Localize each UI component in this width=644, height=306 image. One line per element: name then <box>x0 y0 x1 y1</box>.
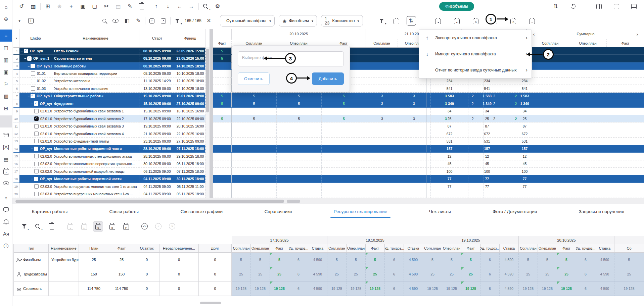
task-row[interactable]: 19 − 02.03.01 Устройство наружных моноли… <box>13 183 644 190</box>
sidebar-item-calendar[interactable]: ✓ <box>0 165 12 177</box>
calendar-start-icon[interactable]: S <box>471 16 480 26</box>
day-rate[interactable]: 4 590 <box>500 253 519 267</box>
daily-value-cell[interactable] <box>276 108 321 115</box>
tab-checklists[interactable]: Чек-листы <box>428 204 452 219</box>
resource-column-header[interactable]: Долг <box>199 244 232 253</box>
mode-dropdown[interactable]: Суточный план/факт ▾ <box>220 15 275 27</box>
day-unit-labor[interactable]: 6 <box>289 253 308 267</box>
resource-row[interactable]: Трудозатраты 150 150 0 0 0 25 25 25 6 4 … <box>13 267 644 282</box>
daily-value-cell[interactable] <box>321 108 366 115</box>
row-checkbox[interactable] <box>34 177 38 181</box>
day-unit-labor[interactable]: 6 <box>480 253 500 267</box>
day-rate[interactable]: 4 590 <box>308 267 327 282</box>
info-icon[interactable]: i <box>26 16 36 26</box>
day-unit-labor[interactable]: 6 <box>576 267 595 282</box>
separator[interactable] <box>149 3 149 10</box>
daily-value-cell[interactable] <box>321 138 366 145</box>
notifications-bell-icon[interactable] <box>0 215 12 227</box>
daily-value-cell[interactable] <box>366 168 398 175</box>
daily-value-cell[interactable] <box>321 130 366 137</box>
sidebar-item-hatch[interactable]: ▨ <box>0 90 12 102</box>
daily-value-cell[interactable] <box>366 47 398 54</box>
daily-value-cell[interactable] <box>366 55 398 62</box>
day-unit-labor[interactable]: 6 <box>385 282 404 296</box>
horizontal-scrollbar[interactable] <box>12 198 644 204</box>
day-approved-plan[interactable]: 25 <box>327 267 347 282</box>
summary-column-header[interactable]: Факт <box>606 39 644 47</box>
resource-column-header[interactable]: План <box>79 244 109 253</box>
daily-value-cell[interactable] <box>398 183 430 190</box>
column-header-code[interactable]: Шифр <box>19 29 52 47</box>
separator[interactable] <box>586 3 586 10</box>
day-subheader[interactable]: Факт <box>461 244 480 253</box>
daily-value-cell[interactable] <box>321 190 366 197</box>
calendar-start-icon[interactable]: S <box>93 221 103 232</box>
daily-value-cell[interactable] <box>276 145 321 152</box>
undo-icon[interactable]: ↺ <box>17 2 26 11</box>
daily-value-cell[interactable]: 5 <box>321 93 366 100</box>
outdent-icon[interactable]: ← <box>175 2 184 11</box>
daily-value-cell[interactable] <box>232 153 276 160</box>
comments-icon[interactable] <box>0 203 12 215</box>
daily-value-cell[interactable]: 3 <box>398 100 430 107</box>
sidebar-item-flags[interactable]: ⚐ <box>0 78 12 90</box>
row-checkbox[interactable] <box>34 116 39 121</box>
tools-wrench-icon[interactable] <box>33 222 43 231</box>
daily-value-cell[interactable] <box>232 108 276 115</box>
day-subheader[interactable]: Опер.план <box>347 244 366 253</box>
day-subheader[interactable]: Опер.план <box>538 244 557 253</box>
value-dropdown[interactable]: 1 23 Количество ▾ <box>321 15 363 27</box>
daily-value-cell[interactable]: 5 <box>232 100 276 107</box>
row-checkbox[interactable] <box>34 184 39 189</box>
delete-icon[interactable] <box>47 222 56 231</box>
day-rate[interactable]: 4 590 <box>404 282 423 296</box>
daily-value-cell[interactable] <box>398 138 430 145</box>
day-unit-labor[interactable]: 6 <box>385 267 404 282</box>
collapse-icon[interactable]: − <box>31 177 34 181</box>
expand-all-button[interactable]: › <box>13 29 19 47</box>
daily-value-cell[interactable]: 3 <box>366 93 398 100</box>
daily-value-cell[interactable] <box>366 108 398 115</box>
separator[interactable] <box>198 3 199 10</box>
separator[interactable] <box>145 17 145 24</box>
daily-value-cell[interactable] <box>366 78 398 85</box>
daily-value-cell[interactable] <box>276 122 321 130</box>
approve-all-icon[interactable]: ✓✓ <box>140 222 149 231</box>
sidebar-item-board[interactable]: ◫ <box>0 42 12 54</box>
day-rate[interactable]: 4 590 <box>308 282 327 296</box>
daily-value-cell[interactable] <box>366 122 398 130</box>
day-fact[interactable]: 19 125 <box>557 282 576 296</box>
day-subheader[interactable]: Согл.план <box>519 244 538 253</box>
reject-icon[interactable]: ✕ <box>167 222 177 231</box>
daily-value-cell[interactable] <box>398 130 430 137</box>
day-approved-plan[interactable]: 5 <box>423 253 442 267</box>
daily-value-cell[interactable] <box>276 138 321 145</box>
day-unit-labor[interactable]: 6 <box>576 253 595 267</box>
summary-column-header[interactable]: Согл.план <box>531 39 569 47</box>
day-subheader[interactable]: Согл.план <box>232 244 251 253</box>
daily-value-cell[interactable] <box>321 145 366 152</box>
calendar-prev-icon[interactable]: ◂ <box>65 222 75 231</box>
daily-value-cell[interactable] <box>232 175 276 182</box>
duplicate-task-icon[interactable]: ▣ <box>78 2 88 11</box>
sidebar-item-view[interactable] <box>0 177 12 189</box>
task-row[interactable]: 16 − 02.02.02 Устройство монолитного пер… <box>13 160 644 168</box>
calculator-icon[interactable]: ▦ <box>29 2 38 11</box>
check-all-icon[interactable]: ✓ <box>147 16 157 26</box>
task-row[interactable]: 17 − 02.02.03 Устройство монолитной вход… <box>13 168 644 175</box>
daily-value-cell[interactable]: 3 <box>398 93 430 100</box>
day-fact[interactable]: 5 <box>557 253 576 267</box>
daily-value-cell[interactable]: 5 <box>232 93 276 100</box>
move-up-icon[interactable]: ↑ <box>151 2 161 11</box>
daily-value-cell[interactable]: 5 <box>321 100 366 107</box>
globe-icon[interactable]: ⊕ <box>0 13 12 25</box>
day-unit-labor[interactable]: 6 <box>480 282 500 296</box>
split-left-panel-icon[interactable] <box>594 2 604 11</box>
row-checkbox[interactable] <box>34 169 39 173</box>
add-task-icon[interactable]: + <box>66 2 76 11</box>
day-unit-labor[interactable]: 6 <box>289 267 308 282</box>
import-daily-planfact[interactable]: ↓ Импорт суточного плана/факта › <box>419 46 532 62</box>
vertical-scrollbar[interactable] <box>205 47 210 198</box>
collapse-icon[interactable]: − <box>24 56 27 60</box>
visibility-icon[interactable] <box>111 16 120 26</box>
